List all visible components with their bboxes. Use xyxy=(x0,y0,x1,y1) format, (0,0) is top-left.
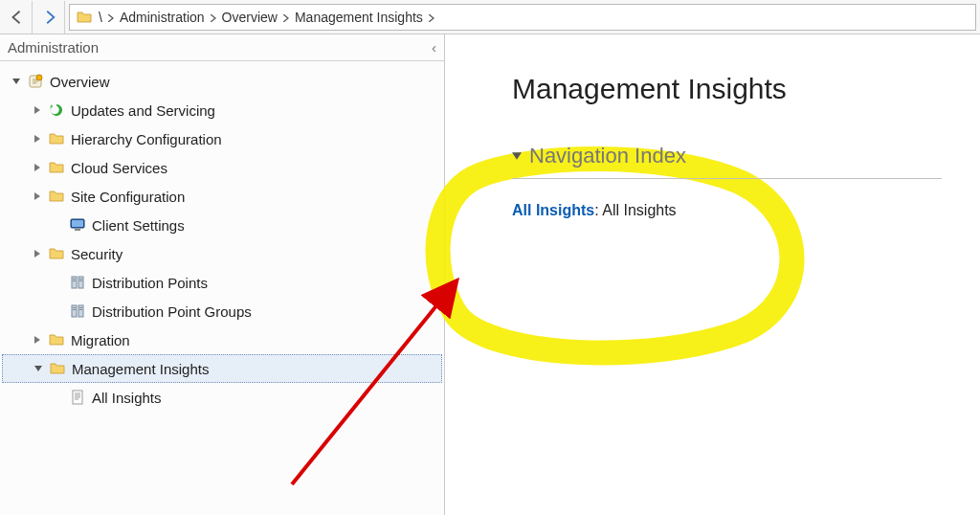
tree-node-management-insights[interactable]: Management Insights xyxy=(2,354,442,383)
collapse-icon[interactable]: ‹ xyxy=(432,39,436,56)
caret-right-icon[interactable] xyxy=(33,134,42,144)
tree-node-label: Client Settings xyxy=(92,217,185,234)
caret-down-icon xyxy=(512,151,522,161)
tree-node-all-insights[interactable]: All Insights xyxy=(2,383,442,412)
breadcrumb[interactable]: \ Administration Overview Management Ins… xyxy=(69,4,976,31)
back-button[interactable] xyxy=(0,1,33,34)
section-header[interactable]: Navigation Index xyxy=(512,144,942,168)
breadcrumb-label: \ xyxy=(99,10,102,25)
tree: OverviewUpdates and ServicingHierarchy C… xyxy=(0,61,444,417)
caret-right-icon[interactable] xyxy=(33,163,42,172)
chevron-right-icon xyxy=(108,10,114,25)
caret-right-icon[interactable] xyxy=(33,249,42,258)
caret-down-icon[interactable] xyxy=(11,77,21,86)
sidebar-header: Administration ‹ xyxy=(0,34,444,61)
tree-node-label: Distribution Points xyxy=(92,275,208,291)
folder-icon xyxy=(48,130,65,147)
toolbar: \ Administration Overview Management Ins… xyxy=(0,0,980,34)
tree-node-migration[interactable]: Migration xyxy=(2,325,442,354)
caret-right-icon[interactable] xyxy=(33,105,42,115)
forward-button[interactable] xyxy=(33,1,65,34)
breadcrumb-label: Administration xyxy=(120,10,205,25)
tree-node-label: Cloud Services xyxy=(71,160,167,176)
dpg-icon xyxy=(69,302,86,320)
sidebar-title: Administration xyxy=(8,39,99,56)
tree-node-label: Site Configuration xyxy=(71,189,185,205)
breadcrumb-segment[interactable]: Overview xyxy=(222,10,289,25)
tree-node-cloud-services[interactable]: Cloud Services xyxy=(2,153,442,182)
no-expander xyxy=(54,278,63,287)
no-expander xyxy=(54,306,63,316)
no-expander xyxy=(54,220,63,230)
updates-icon xyxy=(48,101,65,119)
page-title: Management Insights xyxy=(512,73,942,105)
folder-icon xyxy=(49,360,66,377)
tree-node-overview[interactable]: Overview xyxy=(2,67,442,96)
tree-node-label: Security xyxy=(71,246,122,262)
tree-node-label: All Insights xyxy=(92,390,162,406)
arrow-left-icon xyxy=(8,9,25,26)
highlight-annotation xyxy=(416,140,828,379)
body: Administration ‹ OverviewUpdates and Ser… xyxy=(0,34,980,515)
caret-right-icon[interactable] xyxy=(33,335,42,345)
tree-node-hierarchy-configuration[interactable]: Hierarchy Configuration xyxy=(2,124,442,153)
tree-node-label: Overview xyxy=(50,74,110,90)
breadcrumb-segment[interactable]: Administration xyxy=(120,10,216,25)
arrow-right-icon xyxy=(40,9,57,26)
tree-node-label: Management Insights xyxy=(72,361,209,377)
no-expander xyxy=(54,392,63,402)
tree-node-label: Hierarchy Configuration xyxy=(71,131,222,147)
tree-node-updates-and-servicing[interactable]: Updates and Servicing xyxy=(2,96,442,124)
caret-right-icon[interactable] xyxy=(33,191,42,201)
breadcrumb-label: Overview xyxy=(222,10,278,25)
folder-icon xyxy=(48,245,65,262)
caret-down-icon[interactable] xyxy=(33,364,43,373)
folder-icon xyxy=(48,331,65,348)
dp-icon xyxy=(69,274,86,291)
all-insights-value: All Insights xyxy=(602,202,676,218)
chevron-right-icon xyxy=(211,10,216,25)
tree-node-distribution-point-groups[interactable]: Distribution Point Groups xyxy=(2,297,442,325)
overview-icon xyxy=(27,73,44,90)
tree-node-label: Distribution Point Groups xyxy=(92,303,252,320)
tree-node-label: Updates and Servicing xyxy=(71,102,215,119)
all-insights-link[interactable]: All Insights xyxy=(512,202,594,218)
doc-icon xyxy=(69,389,86,406)
chevron-right-icon xyxy=(429,10,434,25)
tree-node-client-settings[interactable]: Client Settings xyxy=(2,211,442,239)
folder-icon xyxy=(76,9,93,26)
breadcrumb-segment[interactable]: Management Insights xyxy=(295,10,434,25)
monitor-icon xyxy=(69,216,86,234)
tree-node-site-configuration[interactable]: Site Configuration xyxy=(2,182,442,211)
folder-icon xyxy=(48,159,65,176)
main-panel: Management Insights Navigation Index All… xyxy=(445,34,980,515)
folder-icon xyxy=(48,188,65,205)
section-title: Navigation Index xyxy=(529,144,686,168)
sidebar: Administration ‹ OverviewUpdates and Ser… xyxy=(0,34,445,515)
breadcrumb-segment[interactable]: \ xyxy=(99,10,114,25)
tree-node-distribution-points[interactable]: Distribution Points xyxy=(2,268,442,297)
breadcrumb-label: Management Insights xyxy=(295,10,423,25)
nav-index-row: All Insights: All Insights xyxy=(512,202,942,219)
chevron-right-icon xyxy=(283,10,289,25)
divider xyxy=(512,178,942,179)
tree-node-security[interactable]: Security xyxy=(2,239,442,268)
tree-node-label: Migration xyxy=(71,332,130,348)
